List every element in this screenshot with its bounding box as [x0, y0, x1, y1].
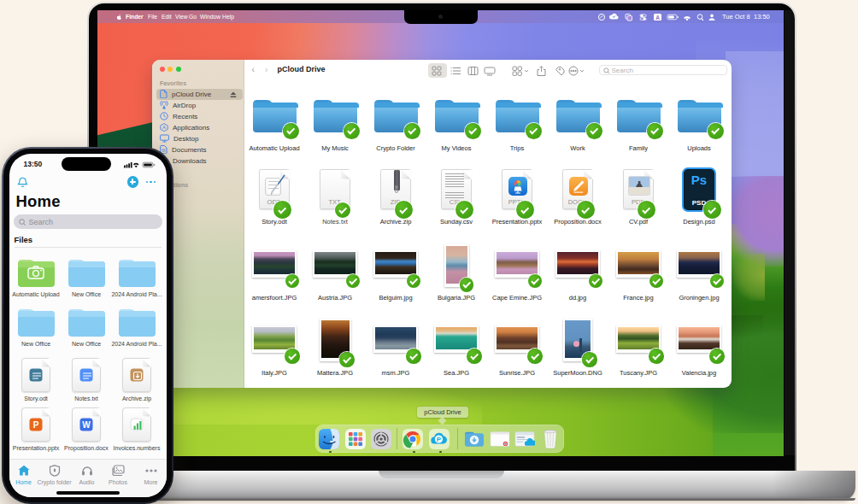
svg-text:A: A [162, 125, 166, 130]
svg-text:P: P [437, 435, 442, 442]
svg-text:A: A [655, 14, 660, 20]
svg-text:13:50: 13:50 [754, 13, 770, 21]
svg-text:Tue Oct 8: Tue Oct 8 [722, 13, 750, 21]
